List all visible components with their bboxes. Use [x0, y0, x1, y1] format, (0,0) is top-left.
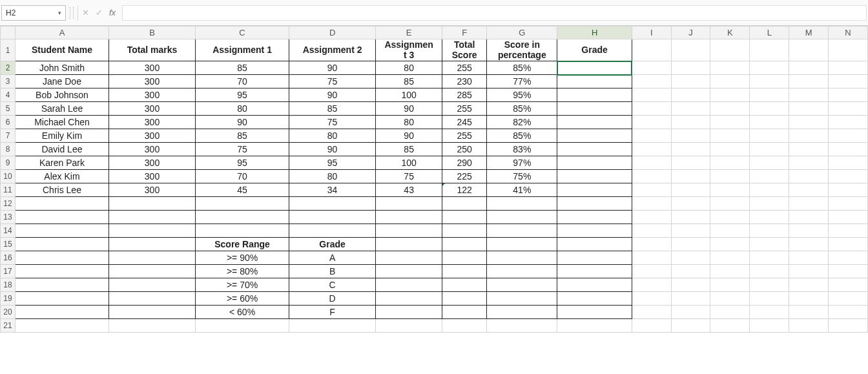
cell[interactable]	[789, 292, 829, 306]
cell[interactable]	[557, 116, 632, 129]
cell[interactable]: 90	[196, 116, 289, 129]
row-header-20[interactable]: 20	[1, 306, 16, 319]
cell[interactable]	[632, 238, 671, 251]
cell[interactable]	[289, 319, 375, 333]
cell[interactable]	[557, 224, 632, 238]
cell[interactable]: Assignment 2	[289, 39, 375, 61]
cell[interactable]	[16, 306, 109, 319]
cell[interactable]	[671, 251, 710, 265]
cell[interactable]	[632, 306, 671, 319]
cell[interactable]	[671, 75, 710, 88]
cell[interactable]	[632, 61, 671, 75]
cell[interactable]	[789, 170, 829, 183]
cell[interactable]: 300	[108, 156, 195, 170]
cell[interactable]	[442, 224, 487, 238]
cell[interactable]	[789, 61, 829, 75]
cell[interactable]	[108, 278, 195, 292]
row-header-3[interactable]: 3	[1, 75, 16, 88]
cell[interactable]	[557, 143, 632, 156]
cell[interactable]	[710, 224, 750, 238]
cell[interactable]	[671, 224, 710, 238]
cell[interactable]: Score Range	[196, 238, 289, 251]
cell[interactable]: 85%	[487, 102, 557, 116]
cell[interactable]: 85%	[487, 61, 557, 75]
cell[interactable]	[710, 319, 750, 333]
cell[interactable]	[108, 224, 195, 238]
cell[interactable]	[557, 238, 632, 251]
cell[interactable]	[671, 197, 710, 211]
cell[interactable]: 85	[376, 75, 442, 88]
cell[interactable]	[376, 319, 442, 333]
cell[interactable]	[557, 129, 632, 143]
row-header-7[interactable]: 7	[1, 129, 16, 143]
cell[interactable]	[829, 251, 868, 265]
cell[interactable]	[289, 224, 375, 238]
cell[interactable]: >= 60%	[196, 292, 289, 306]
cell[interactable]	[789, 224, 829, 238]
cell[interactable]	[557, 75, 632, 88]
row-header-6[interactable]: 6	[1, 116, 16, 129]
cell[interactable]	[376, 211, 442, 224]
cell[interactable]	[829, 292, 868, 306]
cell[interactable]	[789, 102, 829, 116]
cell[interactable]	[16, 319, 109, 333]
cell[interactable]: 85%	[487, 129, 557, 143]
cell[interactable]	[108, 319, 195, 333]
cell[interactable]: 100	[376, 88, 442, 102]
cell[interactable]	[632, 129, 671, 143]
cell[interactable]	[829, 265, 868, 278]
col-header-B[interactable]: B	[108, 26, 195, 39]
formula-input[interactable]	[122, 5, 867, 21]
cell[interactable]	[750, 278, 789, 292]
cell[interactable]: 95	[196, 88, 289, 102]
cell[interactable]	[16, 278, 109, 292]
row-header-2[interactable]: 2	[1, 61, 16, 75]
cell[interactable]	[710, 39, 750, 61]
cell[interactable]: Assignment 1	[196, 39, 289, 61]
cell[interactable]: 41%	[487, 183, 557, 197]
cell[interactable]	[750, 102, 789, 116]
col-header-K[interactable]: K	[710, 26, 750, 39]
cell[interactable]	[487, 238, 557, 251]
cell[interactable]: 82%	[487, 116, 557, 129]
cell[interactable]	[789, 129, 829, 143]
cell[interactable]	[789, 183, 829, 197]
cell[interactable]: A	[289, 251, 375, 265]
cell[interactable]	[750, 183, 789, 197]
col-header-J[interactable]: J	[671, 26, 710, 39]
cell[interactable]	[671, 156, 710, 170]
cell[interactable]: 34	[289, 183, 375, 197]
cell[interactable]	[750, 265, 789, 278]
cell[interactable]	[829, 39, 868, 61]
cell[interactable]: 77%	[487, 75, 557, 88]
cell[interactable]	[750, 143, 789, 156]
cell[interactable]	[632, 183, 671, 197]
cell[interactable]	[632, 170, 671, 183]
col-header-N[interactable]: N	[829, 26, 868, 39]
cell[interactable]	[829, 102, 868, 116]
cell[interactable]	[789, 197, 829, 211]
cell[interactable]: 80	[196, 102, 289, 116]
cell[interactable]: 230	[442, 75, 487, 88]
cell[interactable]	[710, 211, 750, 224]
name-box[interactable]: H2 ▾	[1, 5, 66, 21]
cell[interactable]	[632, 319, 671, 333]
cell[interactable]	[376, 278, 442, 292]
row-header-21[interactable]: 21	[1, 319, 16, 333]
row-header-10[interactable]: 10	[1, 170, 16, 183]
cell[interactable]	[16, 238, 109, 251]
cell[interactable]	[710, 265, 750, 278]
cell[interactable]	[750, 292, 789, 306]
cell[interactable]	[671, 183, 710, 197]
cell[interactable]: 75	[376, 170, 442, 183]
cell[interactable]: 300	[108, 88, 195, 102]
cell[interactable]	[632, 211, 671, 224]
cell[interactable]	[108, 197, 195, 211]
cell[interactable]: 70	[196, 170, 289, 183]
cell[interactable]	[632, 197, 671, 211]
cell[interactable]	[671, 102, 710, 116]
cell[interactable]: Student Name	[16, 39, 109, 61]
cell[interactable]: >= 80%	[196, 265, 289, 278]
cell[interactable]: 225	[442, 170, 487, 183]
cell[interactable]: 255	[442, 61, 487, 75]
